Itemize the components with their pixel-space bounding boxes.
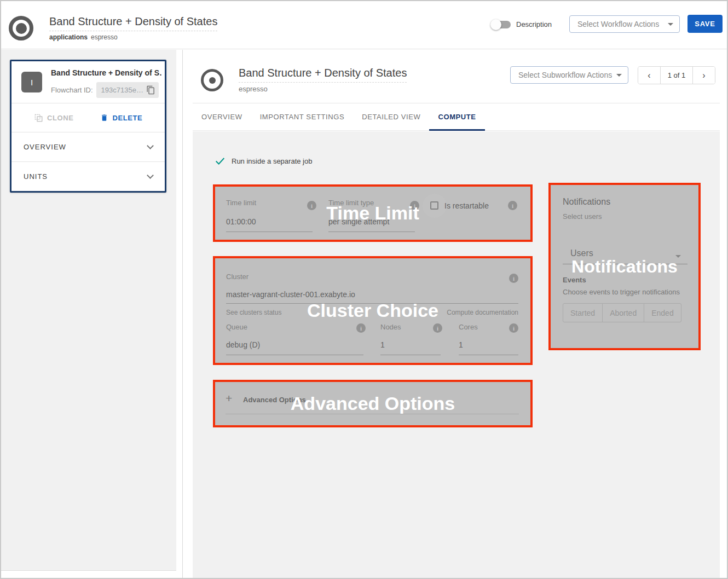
applications-label: applications [49,33,88,41]
flowchart-id-label: Flowchart ID: [51,86,93,94]
chevron-down-icon [616,74,622,77]
advanced-options-annotation-box: + Advanced Options Advanced Options [213,380,533,427]
subworkflow-pager: ‹ 1 of 1 › [638,66,715,84]
sidebar: I Band Structure + Density of S… Flowcha… [1,50,183,578]
chevron-down-icon [147,142,154,149]
overview-section-label: OVERVIEW [24,143,66,151]
description-label: Description [516,20,552,28]
main-content: Band Structure + Density of States espre… [183,49,727,578]
clone-button[interactable]: CLONE [34,114,74,122]
run-separate-job-label: Run inside a separate job [232,157,312,165]
subworkflow-tabs: OVERVIEW IMPORTANT SETTINGS DETAILED VIE… [193,103,720,131]
compute-panel: Run inside a separate job Time limit 01:… [193,131,720,578]
workflow-subtitle: applicationsespresso [49,33,217,41]
run-separate-job-row[interactable]: Run inside a separate job [214,155,312,167]
chevron-down-icon [668,23,673,26]
delete-label: DELETE [113,114,143,122]
tab-detailed-view[interactable]: DETAILED VIEW [353,103,429,130]
tab-overview[interactable]: OVERVIEW [193,103,251,130]
workflow-logo-icon [9,16,33,40]
annotation-label-advanced-options: Advanced Options [291,393,455,414]
description-toggle[interactable] [492,21,511,28]
annotation-overlay: Cluster Choice [215,258,530,363]
tab-important-settings[interactable]: IMPORTANT SETTINGS [251,103,354,130]
subworkflow-icon [201,69,223,91]
annotation-overlay: Advanced Options [215,382,530,425]
annotation-label-time-limit: Time Limit [326,202,419,224]
notifications-annotation-box: Notifications Select users Users Events … [548,183,701,350]
workflow-title[interactable]: Band Structure + Density of States [49,15,217,31]
subworkflow-actions-select[interactable]: Select Subworkflow Actions [510,66,628,84]
unit-card: I Band Structure + Density of S… Flowcha… [10,60,166,193]
application-name: espresso [91,33,118,41]
toggle-knob-icon [490,19,501,30]
subworkflow-actions-label: Select Subworkflow Actions [518,71,612,79]
clone-label: CLONE [47,114,74,122]
pager-prev-button[interactable]: ‹ [638,67,660,84]
unit-title: Band Structure + Density of S… [51,68,161,77]
cluster-annotation-box: Cluster master-vagrant-cluster-001.exaby… [213,256,533,365]
sidebar-section-units[interactable]: UNITS [11,161,165,191]
chevron-down-icon [147,172,154,179]
tab-compute[interactable]: COMPUTE [429,103,484,130]
annotation-label-notifications: Notifications [571,257,678,277]
flowchart-id-value: 193c7135e… [101,86,143,94]
annotation-overlay: Notifications [551,185,698,348]
annotation-overlay: Time Limit [215,187,530,240]
time-limit-annotation-box: Time limit 01:00:00 Time limit type per … [213,184,533,242]
unit-card-header: I Band Structure + Density of S… Flowcha… [11,61,165,103]
flowchart-id-chip[interactable]: 193c7135e… [96,82,159,98]
copy-icon[interactable] [146,85,155,95]
subworkflow-title[interactable]: Band Structure + Density of States [239,67,407,83]
sidebar-section-overview[interactable]: OVERVIEW [11,132,165,161]
check-icon [214,155,226,167]
units-section-label: UNITS [24,172,48,181]
unit-card-actions: CLONE DELETE [11,103,165,132]
annotation-label-cluster-choice: Cluster Choice [307,300,438,321]
workflow-actions-select[interactable]: Select Workflow Actions [569,15,680,33]
app-window: Band Structure + Density of States appli… [0,0,728,579]
subworkflow-application: espresso [239,85,407,93]
unit-type-badge: I [21,72,42,92]
pager-status: 1 of 1 [660,67,693,84]
delete-button[interactable]: DELETE [100,113,143,122]
save-button[interactable]: SAVE [687,15,723,33]
pager-next-button[interactable]: › [693,67,715,84]
top-header: Band Structure + Density of States appli… [1,1,727,49]
workflow-actions-label: Select Workflow Actions [577,20,659,28]
